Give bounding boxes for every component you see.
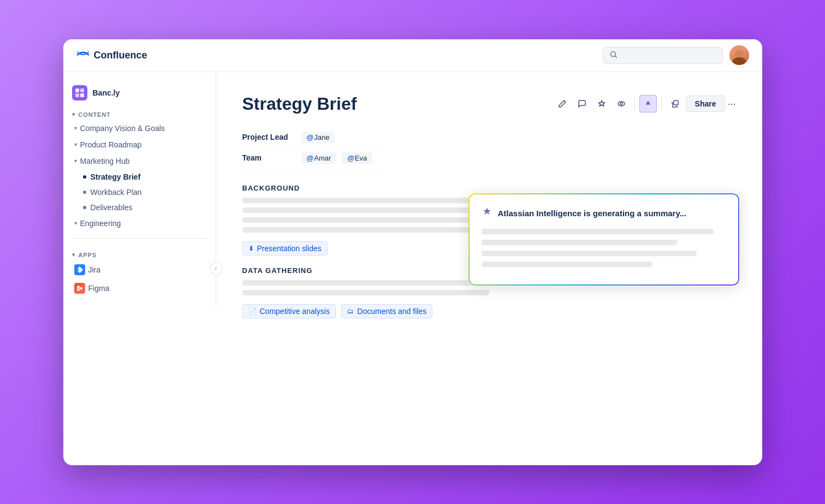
svg-rect-11 [674,100,678,105]
search-icon [610,51,618,60]
sidebar-section-apps: ▾ APPS [63,245,216,260]
search-bar[interactable] [603,47,723,64]
svg-rect-7 [77,288,80,291]
sidebar-item-jira-label: Jira [88,265,101,274]
svg-point-12 [486,211,488,213]
strategy-brief-bullet [83,175,86,179]
sidebar-item-figma[interactable]: Figma [63,279,216,298]
sidebar-item-marketing-hub-label: Marketing Hub [80,157,130,165]
page-title-row: Strategy Brief [242,94,736,114]
content-section-chevron[interactable]: ▾ [72,111,75,117]
sidebar-item-figma-label: Figma [88,284,110,293]
apps-section-chevron[interactable]: ▾ [72,252,75,258]
apps-section-label: APPS [78,252,96,258]
data-gathering-links: 📄 Competitive analysis 🗂 Documents and f… [242,300,736,318]
copy-link-button[interactable] [666,95,684,112]
project-lead-tag[interactable]: @Jane [301,132,335,143]
svg-point-8 [618,102,625,106]
metadata-table: Project Lead @Jane Team @Amar @E [242,127,385,169]
sidebar-wrapper: Banc.ly ▾ CONTENT ▾ Company Vision & Goa… [63,72,216,465]
competitive-analysis-icon: 📄 [248,307,257,315]
sidebar-sub-item-deliverables[interactable]: Deliverables [63,200,216,215]
sidebar-item-marketing-hub[interactable]: ▾ Marketing Hub [63,153,216,169]
sidebar: Banc.ly ▾ CONTENT ▾ Company Vision & Goa… [63,72,216,306]
share-button[interactable]: Share [686,96,726,112]
background-section-header: BACKGROUND [242,184,736,192]
metadata-row-project-lead: Project Lead @Jane [242,127,385,148]
competitive-analysis-link[interactable]: 📄 Competitive analysis [242,304,336,318]
watch-button[interactable] [613,95,630,112]
figma-icon [74,283,85,294]
header: Confluence [63,39,762,72]
confluence-logo-icon [76,47,90,63]
metadata-row-team: Team @Amar @Eva [242,147,385,168]
ai-skeleton-4 [482,262,653,267]
content-section-label: CONTENT [78,111,110,118]
workspace-name: Banc.ly [93,88,120,97]
sidebar-sub-item-strategy-brief[interactable]: Strategy Brief [63,169,216,185]
presentation-slides-link[interactable]: ⬇ Presentation slides [242,241,328,256]
header-right [603,45,749,65]
app-name: Confluence [94,50,147,61]
team-tag-amar[interactable]: @Amar [301,152,337,164]
sidebar-sub-item-workback-plan[interactable]: Workback Plan [63,185,216,200]
svg-point-9 [620,103,622,105]
sidebar-sub-item-deliverables-label: Deliverables [91,203,133,212]
sidebar-item-jira[interactable]: Jira [63,260,216,279]
logo[interactable]: Confluence [76,47,147,63]
sidebar-collapse-button[interactable]: ‹ [210,262,223,275]
product-roadmap-chevron: ▾ [74,141,77,147]
ai-button[interactable] [639,95,657,112]
jira-icon [74,264,85,275]
sidebar-item-company-vision[interactable]: ▾ Company Vision & Goals [63,120,216,137]
sidebar-sub-item-workback-plan-label: Workback Plan [91,188,142,197]
sidebar-item-product-roadmap[interactable]: ▾ Product Roadmap [63,137,216,153]
metadata-value-team: @Amar @Eva [301,147,385,168]
svg-rect-2 [80,88,84,92]
page-title: Strategy Brief [242,94,357,114]
sidebar-sub-item-strategy-brief-label: Strategy Brief [91,173,141,181]
team-tag-eva[interactable]: @Eva [342,152,372,164]
svg-rect-4 [80,93,84,97]
sidebar-item-company-vision-label: Company Vision & Goals [80,124,165,133]
comment-button[interactable] [573,95,591,112]
toolbar-divider-1 [634,97,635,110]
svg-rect-6 [77,286,80,288]
workspace-item[interactable]: Banc.ly [63,81,216,105]
ai-card-header: Atlassian Intelligence is generating a s… [482,206,726,220]
svg-point-10 [647,103,649,105]
search-input[interactable] [622,51,716,60]
ai-skeleton-2 [482,240,677,245]
competitive-analysis-label: Competitive analysis [260,307,330,316]
sidebar-item-engineering[interactable]: ▾ Engineering [63,215,216,232]
main-content: Strategy Brief [216,72,762,465]
sidebar-section-content: ▾ CONTENT [63,105,216,120]
sidebar-item-product-roadmap-label: Product Roadmap [80,140,142,149]
marketing-hub-chevron: ▾ [74,158,77,164]
workback-plan-bullet [83,191,86,194]
ai-skeleton-1 [482,229,714,234]
documents-files-label: Documents and files [357,307,426,316]
metadata-value-project-lead: @Jane [301,127,385,148]
ai-skeleton-3 [482,251,697,256]
avatar[interactable] [729,45,749,65]
app-window: Confluence [63,39,762,465]
documents-files-link[interactable]: 🗂 Documents and files [341,304,432,318]
more-options-button[interactable]: ··· [727,98,735,110]
svg-point-5 [79,287,82,289]
ai-card-title: Atlassian Intelligence is generating a s… [498,209,687,218]
sidebar-divider [72,238,207,239]
body: Banc.ly ▾ CONTENT ▾ Company Vision & Goa… [63,72,762,465]
toolbar: Share ··· [554,95,736,112]
engineering-chevron: ▾ [74,220,77,226]
skeleton-line-dg-2 [242,290,489,295]
metadata-label-team: Team [242,147,301,168]
star-button[interactable] [593,95,610,112]
workspace-icon [72,85,87,100]
svg-rect-1 [75,88,79,92]
presentation-link-label: Presentation slides [257,244,322,253]
svg-rect-3 [75,93,79,97]
ai-card-icon [482,206,492,220]
edit-button[interactable] [554,95,571,112]
company-vision-chevron: ▾ [74,125,77,131]
